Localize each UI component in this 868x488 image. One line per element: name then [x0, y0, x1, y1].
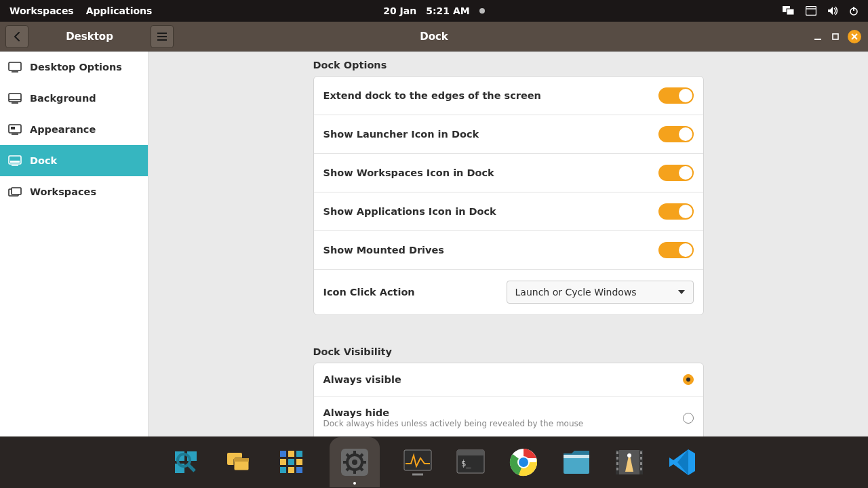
row-show-workspaces: Show Workspaces Icon in Dock — [314, 154, 703, 192]
row-show-applications: Show Applications Icon in Dock — [314, 192, 703, 231]
row-always-hide[interactable]: Always hide Dock always hides unless act… — [314, 396, 703, 436]
section-title-dock-visibility: Dock Visibility — [313, 346, 704, 357]
sidebar-item-desktop-options[interactable]: Desktop Options — [0, 52, 148, 83]
sidebar-item-label: Appearance — [30, 124, 96, 135]
close-button[interactable] — [848, 30, 861, 43]
monitor-icon — [8, 62, 22, 73]
row-label: Always hide — [323, 407, 584, 418]
back-section-label: Desktop — [28, 30, 151, 43]
dock-vscode-icon[interactable] — [667, 447, 697, 477]
toggle-show-applications[interactable] — [658, 203, 694, 220]
svg-rect-33 — [234, 458, 249, 462]
svg-rect-72 — [640, 457, 642, 460]
sidebar-item-dock[interactable]: Dock — [0, 145, 148, 176]
row-label: Icon Click Action — [323, 287, 415, 298]
dock-options-panel: Extend dock to the edges of the screen S… — [313, 76, 704, 315]
window-titlebar: Desktop Dock — [0, 22, 868, 52]
radio-always-visible[interactable] — [683, 374, 694, 385]
topbar-workspaces[interactable]: Workspaces — [9, 5, 74, 16]
dock-settings-icon[interactable] — [330, 437, 380, 487]
topbar-date[interactable]: 20 Jan — [383, 5, 416, 16]
toggle-show-workspaces[interactable] — [658, 165, 694, 181]
sidebar-item-label: Workspaces — [30, 186, 96, 197]
svg-rect-15 — [9, 94, 21, 102]
row-icon-click-action: Icon Click Action Launch or Cycle Window… — [314, 270, 703, 314]
svg-rect-74 — [640, 468, 642, 470]
workspaces-icon — [8, 187, 22, 197]
row-always-visible[interactable]: Always visible — [314, 363, 703, 396]
dock-system-monitor-icon[interactable] — [403, 447, 433, 477]
dock-launcher-icon[interactable] — [171, 447, 201, 477]
sidebar-item-appearance[interactable]: Appearance — [0, 114, 148, 145]
svg-rect-70 — [616, 468, 618, 470]
dock: $_ — [0, 436, 868, 488]
notification-dot-icon[interactable] — [479, 8, 485, 14]
svg-rect-40 — [280, 467, 286, 473]
svg-rect-54 — [404, 450, 431, 470]
svg-rect-2 — [806, 7, 816, 16]
svg-rect-1 — [787, 9, 794, 15]
window-title: Dock — [420, 30, 448, 43]
window-overview-icon[interactable] — [783, 6, 795, 16]
svg-line-52 — [360, 454, 363, 457]
svg-rect-10 — [833, 34, 838, 39]
row-extend-dock: Extend dock to the edges of the screen — [314, 77, 703, 115]
toggle-show-launcher[interactable] — [658, 126, 694, 142]
svg-rect-42 — [296, 467, 302, 473]
svg-rect-69 — [616, 462, 618, 465]
svg-rect-38 — [288, 459, 294, 465]
settings-content[interactable]: Dock Options Extend dock to the edges of… — [149, 52, 868, 436]
svg-rect-22 — [10, 161, 20, 163]
dock-chrome-icon[interactable] — [509, 447, 538, 477]
svg-line-30 — [188, 464, 195, 471]
dock-files-icon[interactable] — [561, 447, 591, 477]
svg-point-61 — [519, 458, 528, 467]
svg-point-75 — [627, 453, 631, 458]
svg-line-53 — [347, 468, 349, 470]
svg-rect-19 — [11, 127, 15, 129]
dock-terminal-icon[interactable]: $_ — [456, 447, 486, 477]
svg-rect-21 — [9, 156, 21, 164]
svg-rect-13 — [9, 62, 21, 70]
topbar-time[interactable]: 5:21 AM — [426, 5, 469, 16]
minimize-button[interactable] — [812, 31, 823, 42]
volume-icon[interactable] — [827, 6, 838, 16]
toggle-extend-dock[interactable] — [658, 87, 694, 104]
topbar-applications[interactable]: Applications — [86, 5, 153, 16]
sidebar-item-background[interactable]: Background — [0, 83, 148, 114]
svg-rect-71 — [640, 451, 642, 454]
row-sublabel: Dock always hides unless actively being … — [323, 419, 584, 428]
dropdown-icon-click-action[interactable]: Launch or Cycle Windows — [507, 281, 694, 304]
svg-rect-39 — [296, 459, 302, 465]
top-panel: Workspaces Applications 20 Jan 5:21 AM — [0, 0, 868, 22]
dock-media-icon[interactable] — [614, 447, 644, 477]
dock-applications-icon[interactable] — [277, 447, 307, 477]
svg-line-50 — [347, 454, 349, 457]
maximize-button[interactable] — [830, 31, 841, 42]
svg-line-51 — [360, 468, 363, 470]
calendar-icon[interactable] — [806, 6, 816, 16]
svg-rect-25 — [12, 188, 21, 195]
row-label: Show Workspaces Icon in Dock — [323, 167, 494, 178]
section-title-dock-options: Dock Options — [313, 60, 704, 70]
toggle-show-drives[interactable] — [658, 242, 694, 258]
svg-rect-41 — [288, 467, 294, 473]
svg-rect-37 — [280, 459, 286, 465]
appearance-icon — [8, 124, 22, 135]
power-icon[interactable] — [849, 6, 859, 16]
row-show-drives: Show Mounted Drives — [314, 231, 703, 270]
sidebar-item-workspaces[interactable]: Workspaces — [0, 176, 148, 207]
sidebar-item-label: Dock — [30, 155, 57, 166]
hamburger-menu-button[interactable] — [151, 25, 174, 48]
dock-workspaces-icon[interactable] — [224, 447, 254, 477]
svg-point-45 — [352, 460, 357, 465]
row-label: Show Launcher Icon in Dock — [323, 129, 479, 140]
back-button[interactable] — [5, 25, 28, 48]
dropdown-value: Launch or Cycle Windows — [515, 287, 637, 298]
sidebar-item-label: Desktop Options — [30, 62, 122, 73]
row-label: Extend dock to the edges of the screen — [323, 90, 541, 101]
radio-always-hide[interactable] — [683, 413, 694, 424]
svg-text:$_: $_ — [461, 459, 471, 468]
row-label: Show Mounted Drives — [323, 245, 444, 256]
background-icon — [8, 93, 22, 104]
